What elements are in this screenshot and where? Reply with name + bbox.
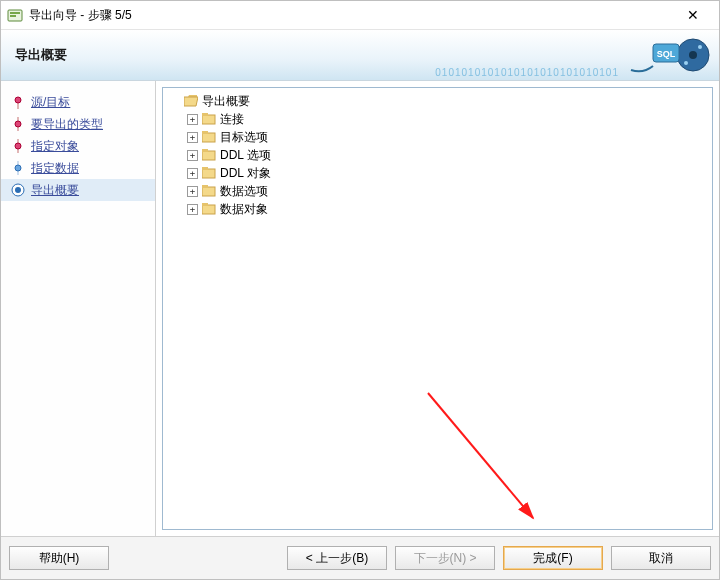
step-label: 要导出的类型	[31, 116, 103, 133]
svg-point-6	[684, 61, 688, 65]
svg-rect-20	[202, 113, 208, 116]
app-icon	[7, 7, 23, 23]
step-specify-objects[interactable]: 指定对象	[1, 135, 155, 157]
tree-node-label: 数据选项	[220, 183, 268, 200]
folder-icon	[202, 167, 216, 179]
svg-rect-29	[202, 205, 215, 214]
step-label: 导出概要	[31, 182, 79, 199]
tree-node-label: 目标选项	[220, 129, 268, 146]
svg-rect-1	[10, 12, 20, 14]
wizard-button-bar: 帮助(H) < 上一步(B) 下一步(N) > 完成(F) 取消	[1, 537, 719, 579]
window-title: 导出向导 - 步骤 5/5	[29, 7, 673, 24]
tree-node-label: 连接	[220, 111, 244, 128]
svg-point-16	[15, 165, 21, 171]
step-marker-current-icon	[11, 183, 25, 197]
close-icon[interactable]: ✕	[673, 3, 713, 27]
svg-rect-30	[202, 203, 208, 206]
header-graphic-icon: SQL	[623, 34, 713, 76]
svg-text:SQL: SQL	[657, 49, 676, 59]
step-export-types[interactable]: 要导出的类型	[1, 113, 155, 135]
svg-rect-27	[202, 187, 215, 196]
tree-node-ddl-options[interactable]: + DDL 选项	[169, 146, 706, 164]
svg-rect-21	[202, 133, 215, 142]
finish-button[interactable]: 完成(F)	[503, 546, 603, 570]
page-title: 导出概要	[15, 46, 67, 64]
folder-icon	[202, 203, 216, 215]
tree-expander-icon[interactable]: +	[187, 132, 198, 143]
svg-rect-25	[202, 169, 215, 178]
tree-root[interactable]: 导出概要	[169, 92, 706, 110]
folder-icon	[202, 149, 216, 161]
svg-rect-26	[202, 167, 208, 170]
svg-point-14	[15, 143, 21, 149]
svg-point-10	[15, 97, 21, 103]
back-button[interactable]: < 上一步(B)	[287, 546, 387, 570]
step-marker-icon	[11, 161, 25, 175]
svg-point-4	[689, 51, 697, 59]
tree-expander-icon[interactable]: +	[187, 186, 198, 197]
step-label: 指定数据	[31, 160, 79, 177]
tree-expander-icon[interactable]: +	[187, 150, 198, 161]
tree-node-data-options[interactable]: + 数据选项	[169, 182, 706, 200]
svg-rect-28	[202, 185, 208, 188]
svg-point-5	[698, 45, 702, 49]
step-marker-icon	[11, 139, 25, 153]
step-label: 指定对象	[31, 138, 79, 155]
summary-tree[interactable]: 导出概要 + 连接 + 目标选项 +	[162, 87, 713, 530]
svg-rect-22	[202, 131, 208, 134]
folder-icon	[202, 113, 216, 125]
tree-expander-icon[interactable]: +	[187, 204, 198, 215]
step-label: 源/目标	[31, 94, 70, 111]
svg-rect-24	[202, 149, 208, 152]
tree-node-target-options[interactable]: + 目标选项	[169, 128, 706, 146]
step-source-target[interactable]: 源/目标	[1, 91, 155, 113]
annotation-arrow-icon	[423, 388, 543, 528]
folder-icon	[202, 131, 216, 143]
step-marker-icon	[11, 117, 25, 131]
tree-node-ddl-objects[interactable]: + DDL 对象	[169, 164, 706, 182]
next-button: 下一步(N) >	[395, 546, 495, 570]
help-button[interactable]: 帮助(H)	[9, 546, 109, 570]
tree-node-label: 数据对象	[220, 201, 268, 218]
tree-node-label: 导出概要	[202, 93, 250, 110]
tree-node-data-objects[interactable]: + 数据对象	[169, 200, 706, 218]
folder-icon	[202, 185, 216, 197]
titlebar: 导出向导 - 步骤 5/5 ✕	[1, 1, 719, 30]
cancel-button[interactable]: 取消	[611, 546, 711, 570]
svg-rect-19	[202, 115, 215, 124]
tree-node-label: DDL 对象	[220, 165, 271, 182]
wizard-steps-sidebar: 源/目标 要导出的类型 指定对象	[1, 81, 156, 536]
wizard-header: 导出概要 0101010101010101010101010101 SQL	[1, 30, 719, 81]
header-binary-deco: 0101010101010101010101010101	[435, 67, 619, 78]
step-export-summary[interactable]: 导出概要	[1, 179, 155, 201]
svg-line-31	[428, 393, 533, 518]
svg-point-12	[15, 121, 21, 127]
step-specify-data[interactable]: 指定数据	[1, 157, 155, 179]
tree-expander-icon	[169, 96, 180, 107]
svg-rect-23	[202, 151, 215, 160]
svg-rect-2	[10, 15, 16, 17]
svg-point-18	[15, 187, 21, 193]
tree-node-connection[interactable]: + 连接	[169, 110, 706, 128]
step-marker-icon	[11, 95, 25, 109]
main-content: 导出概要 + 连接 + 目标选项 +	[156, 81, 719, 536]
tree-expander-icon[interactable]: +	[187, 168, 198, 179]
tree-expander-icon[interactable]: +	[187, 114, 198, 125]
folder-open-icon	[184, 95, 198, 107]
tree-node-label: DDL 选项	[220, 147, 271, 164]
